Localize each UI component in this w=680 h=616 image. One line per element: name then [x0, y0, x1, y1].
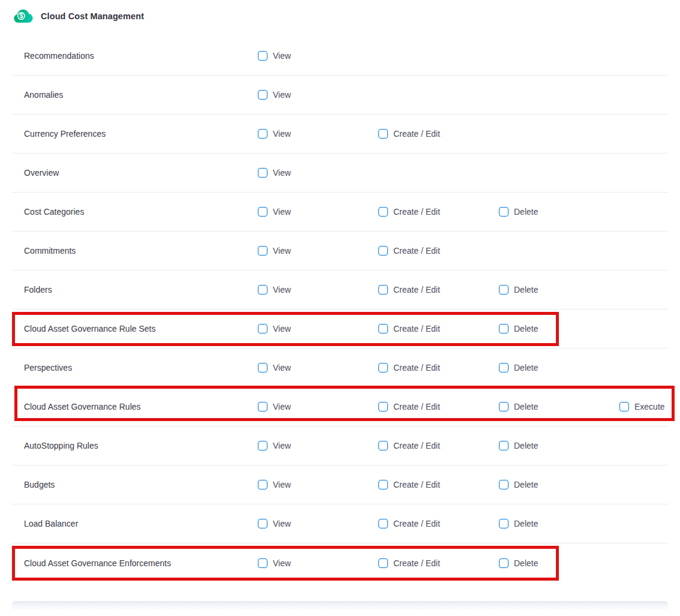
- create-edit-checkbox[interactable]: [378, 480, 388, 489]
- permission-label: Execute: [634, 402, 665, 411]
- svg-text:$: $: [19, 12, 23, 19]
- permission-cell: Create / Edit: [378, 558, 499, 568]
- permission-cell: Delete: [499, 324, 619, 333]
- resource-label-load-balancer: Load Balancer: [12, 519, 258, 528]
- page-title: Cloud Cost Management: [41, 11, 144, 21]
- permission-label: View: [273, 558, 291, 568]
- create-edit-checkbox[interactable]: [378, 363, 388, 372]
- permission-cell: View: [258, 207, 378, 217]
- permission-cell: Create / Edit: [378, 519, 499, 528]
- view-checkbox[interactable]: [258, 519, 267, 528]
- view-checkbox[interactable]: [258, 90, 267, 100]
- permission-label: Delete: [514, 402, 538, 411]
- permission-cell: View: [258, 51, 378, 61]
- resource-label-cloud-asset-governance-rule-sets: Cloud Asset Governance Rule Sets: [12, 324, 258, 333]
- resource-label-folders: Folders: [12, 285, 258, 295]
- permission-label: View: [273, 363, 291, 372]
- permission-label: View: [273, 324, 291, 333]
- create-edit-checkbox[interactable]: [378, 207, 388, 217]
- delete-checkbox[interactable]: [499, 441, 509, 450]
- view-checkbox[interactable]: [258, 558, 267, 568]
- permission-label: View: [273, 519, 291, 528]
- resource-label-autostopping-rules: AutoStopping Rules: [12, 441, 258, 450]
- permission-label: Create / Edit: [393, 246, 440, 256]
- permission-cell: Delete: [499, 558, 619, 568]
- permission-row: Recommendations View: [12, 37, 668, 76]
- create-edit-checkbox[interactable]: [378, 246, 388, 256]
- view-checkbox[interactable]: [258, 51, 267, 61]
- resource-label-cloud-asset-governance-enforcements: Cloud Asset Governance Enforcements: [12, 558, 258, 568]
- permission-cell: View: [258, 168, 378, 178]
- permission-label: Delete: [514, 363, 538, 372]
- permission-cell: Delete: [499, 363, 619, 372]
- permission-label: View: [273, 90, 291, 100]
- permission-label: View: [273, 441, 291, 450]
- view-checkbox[interactable]: [258, 480, 267, 489]
- permission-cell: Create / Edit: [378, 441, 499, 450]
- permission-cell: Delete: [499, 207, 619, 217]
- delete-checkbox[interactable]: [499, 363, 509, 372]
- permission-label: Create / Edit: [393, 285, 440, 295]
- permission-cell: Create / Edit: [378, 402, 499, 411]
- resource-label-cost-categories: Cost Categories: [12, 207, 258, 217]
- permission-row: Folders ViewCreate / EditDelete: [12, 271, 668, 309]
- create-edit-checkbox[interactable]: [378, 558, 388, 568]
- permission-label: Create / Edit: [393, 324, 440, 333]
- delete-checkbox[interactable]: [499, 480, 509, 489]
- create-edit-checkbox[interactable]: [378, 285, 388, 295]
- resource-label-commitments: Commitments: [12, 246, 258, 256]
- permission-cell: View: [258, 324, 378, 333]
- permission-cell: Delete: [499, 519, 619, 528]
- permission-row: Anomalies View: [12, 76, 668, 115]
- execute-checkbox[interactable]: [619, 402, 629, 411]
- create-edit-checkbox[interactable]: [378, 519, 388, 528]
- permission-row: Commitments ViewCreate / Edit: [12, 232, 668, 271]
- permission-row: Cloud Asset Governance Enforcements View…: [12, 543, 668, 582]
- permission-label: Create / Edit: [393, 207, 440, 217]
- view-checkbox[interactable]: [258, 246, 267, 256]
- permission-cell: Delete: [499, 402, 619, 411]
- permission-row: Currency Preferences ViewCreate / Edit: [12, 115, 668, 154]
- delete-checkbox[interactable]: [499, 285, 509, 295]
- permission-cell: View: [258, 519, 378, 528]
- permission-cell: Execute: [619, 402, 680, 411]
- permission-label: Delete: [514, 519, 538, 528]
- permission-cell: Delete: [499, 441, 619, 450]
- resource-label-anomalies: Anomalies: [12, 90, 258, 100]
- resource-label-budgets: Budgets: [12, 480, 258, 489]
- permission-cell: Create / Edit: [378, 246, 499, 256]
- view-checkbox[interactable]: [258, 402, 267, 411]
- delete-checkbox[interactable]: [499, 402, 509, 411]
- create-edit-checkbox[interactable]: [378, 402, 388, 411]
- delete-checkbox[interactable]: [499, 558, 509, 568]
- permission-cell: Create / Edit: [378, 363, 499, 372]
- view-checkbox[interactable]: [258, 441, 267, 450]
- permission-row: Overview View: [12, 154, 668, 193]
- resource-label-recommendations: Recommendations: [12, 51, 258, 61]
- permission-label: Delete: [514, 441, 538, 450]
- permission-label: Create / Edit: [393, 129, 440, 139]
- permission-cell: View: [258, 285, 378, 295]
- view-checkbox[interactable]: [258, 324, 267, 333]
- permission-cell: Create / Edit: [378, 207, 499, 217]
- view-checkbox[interactable]: [258, 129, 267, 139]
- delete-checkbox[interactable]: [499, 519, 509, 528]
- view-checkbox[interactable]: [258, 285, 267, 295]
- permission-cell: View: [258, 129, 378, 139]
- permission-label: Delete: [514, 558, 538, 568]
- view-checkbox[interactable]: [258, 168, 267, 178]
- permission-label: Create / Edit: [393, 441, 440, 450]
- create-edit-checkbox[interactable]: [378, 129, 388, 139]
- permission-cell: View: [258, 90, 378, 100]
- create-edit-checkbox[interactable]: [378, 324, 388, 333]
- permission-label: Create / Edit: [393, 558, 440, 568]
- permission-cell: View: [258, 558, 378, 568]
- create-edit-checkbox[interactable]: [378, 441, 388, 450]
- view-checkbox[interactable]: [258, 363, 267, 372]
- delete-checkbox[interactable]: [499, 324, 509, 333]
- view-checkbox[interactable]: [258, 207, 267, 217]
- permission-label: Create / Edit: [393, 480, 440, 489]
- permission-cell: Delete: [499, 285, 619, 295]
- delete-checkbox[interactable]: [499, 207, 509, 217]
- permission-label: View: [273, 480, 291, 489]
